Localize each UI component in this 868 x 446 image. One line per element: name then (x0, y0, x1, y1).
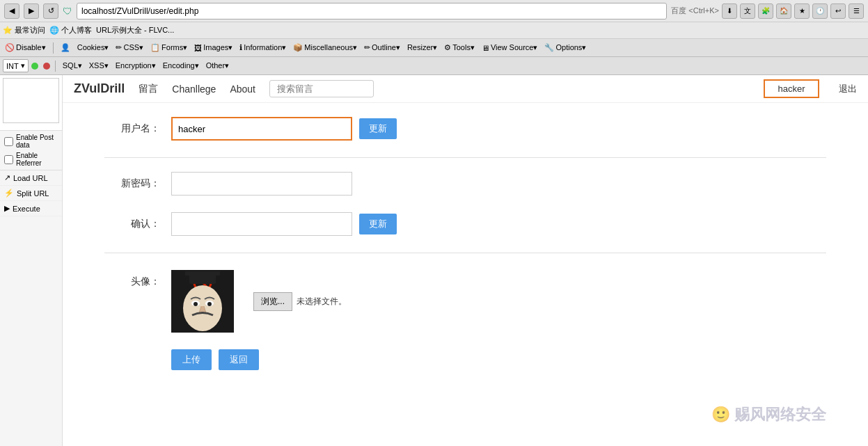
toolbar-outline[interactable]: ✏ Outline▾ (362, 43, 402, 52)
toolbar-tools[interactable]: ⚙ Tools▾ (442, 43, 477, 52)
int-dropdown[interactable]: INT ▾ (3, 59, 29, 72)
sidebar-checkboxes: Enable Post data Enable Referrer (0, 131, 62, 170)
avatar-image (171, 270, 234, 333)
undo-button[interactable]: ↩ (830, 3, 846, 19)
nav-link-liuyan[interactable]: 留言 (139, 83, 158, 95)
settings-button[interactable]: ☰ (849, 3, 864, 19)
download-button[interactable]: ⬇ (722, 3, 737, 19)
username-row: 用户名： 更新 (104, 117, 826, 141)
avatar-row: 头像： (104, 267, 826, 333)
avatar-label: 头像： (104, 276, 160, 288)
watermark: 🙂 赐风网络安全 (711, 404, 826, 425)
enable-post-checkbox[interactable] (4, 137, 13, 146)
shield-icon: 🛡 (63, 6, 72, 17)
toolbar-miscellaneous[interactable]: 📦 Miscellaneous▾ (291, 43, 359, 52)
password-row: 新密码： (104, 172, 826, 196)
nav-link-chanllege[interactable]: Chanllege (172, 83, 216, 95)
pencil-icon: ✏ (116, 43, 122, 52)
browse-button[interactable]: 浏览... (253, 292, 292, 311)
toolbar-encoding[interactable]: Encoding▾ (161, 61, 201, 70)
divider1 (104, 157, 826, 158)
options-icon: 🔧 (544, 43, 554, 52)
toolbar-css[interactable]: ✏ CSS▾ (113, 43, 145, 52)
bookmark-common[interactable]: ⭐ 最常访问 (3, 25, 45, 35)
upload-button[interactable]: 上传 (171, 349, 212, 370)
toolbar-other[interactable]: Other▾ (204, 61, 232, 70)
user-box: hacker (764, 79, 819, 98)
chevron-down-icon: ▾ (21, 61, 25, 70)
extension-button[interactable]: 🧩 (758, 3, 773, 19)
nav-link-about[interactable]: About (230, 83, 255, 95)
update-password-button[interactable]: 更新 (359, 214, 397, 234)
confirm-label: 确认： (104, 218, 160, 230)
confirm-input[interactable] (171, 212, 352, 236)
enable-referrer-checkbox[interactable] (4, 155, 13, 164)
load-url-button[interactable]: ↗ Load URL (0, 170, 62, 186)
username-label: 用户名： (104, 122, 160, 135)
username-input[interactable] (171, 117, 352, 141)
confirm-row: 确认： 更新 (104, 212, 826, 236)
browser-titlebar: ◀ ▶ ↺ 🛡 百度 <Ctrl+K> ⬇ 文 🧩 🏠 ★ 🕐 ↩ ☰ (0, 0, 868, 22)
svg-point-7 (207, 302, 212, 306)
history-button[interactable]: 🕐 (812, 3, 828, 19)
toolbar-forms[interactable]: 📋 Forms▾ (148, 43, 189, 52)
url-textarea-section (0, 75, 62, 131)
enable-referrer-label[interactable]: Enable Referrer (4, 152, 58, 167)
svg-rect-10 (189, 271, 216, 284)
separator2 (55, 61, 56, 72)
toolbar-options[interactable]: 🔧 Options▾ (542, 43, 588, 52)
dev-toolbar-row1: 🚫 Disable▾ 👤 Cookies▾ ✏ CSS▾ 📋 Forms▾ 🖼 … (0, 39, 868, 57)
toolbar-images[interactable]: 🖼 Images▾ (192, 43, 235, 52)
site-navbar: ZVulDrill 留言 Chanllege About hacker 退出 (63, 75, 868, 103)
person-icon: 👤 (61, 43, 70, 52)
url-bar[interactable] (77, 3, 667, 19)
dev-toolbar-row2: INT ▾ SQL▾ XSS▾ Encryption▾ Encoding▾ Ot… (0, 57, 868, 75)
reload-button[interactable]: ↺ (43, 3, 58, 19)
update-username-button[interactable]: 更新 (359, 118, 397, 139)
star-icon: ⭐ (3, 26, 13, 35)
content-area: ZVulDrill 留言 Chanllege About hacker 退出 用… (63, 75, 868, 446)
no-file-text: 未选择文件。 (297, 296, 347, 308)
divider2 (104, 253, 826, 253)
split-url-button[interactable]: ⚡ Split URL (0, 186, 62, 201)
load-url-icon: ↗ (4, 173, 10, 182)
bookmark-url-examples[interactable]: URL示例大全 - FLVC... (96, 25, 174, 35)
toolbar-cookies[interactable]: Cookies▾ (75, 43, 111, 52)
toolbar-person-icon: 👤 (58, 43, 72, 52)
bottom-buttons: 上传 返回 (171, 349, 826, 370)
nav-search-input[interactable] (269, 80, 374, 97)
url-textarea[interactable] (3, 78, 59, 123)
password-input[interactable] (171, 172, 352, 196)
green-dot (31, 63, 38, 70)
bookmark-button[interactable]: ★ (794, 3, 810, 19)
toolbar-sql[interactable]: SQL▾ (61, 61, 84, 70)
disable-icon: 🚫 (5, 43, 15, 52)
bookmark-blog[interactable]: 🌐 个人博客 (49, 25, 92, 35)
edit-form: 用户名： 更新 新密码： 确认： 更新 头像： (63, 103, 868, 384)
info-icon: ℹ (239, 43, 242, 52)
back-button-form[interactable]: 返回 (219, 349, 259, 370)
forward-button[interactable]: ▶ (24, 3, 39, 19)
translate-button[interactable]: 文 (740, 3, 755, 19)
toolbar-xss[interactable]: XSS▾ (87, 61, 111, 70)
execute-icon: ▶ (4, 204, 10, 213)
enable-post-label[interactable]: Enable Post data (4, 134, 58, 149)
avatar-section: 浏览... 未选择文件。 (171, 270, 347, 333)
password-label: 新密码： (104, 177, 160, 190)
browser-actions: 百度 <Ctrl+K> ⬇ 文 🧩 🏠 ★ 🕐 ↩ ☰ (671, 3, 864, 19)
toolbar-encryption[interactable]: Encryption▾ (113, 61, 158, 70)
toolbar-resizer[interactable]: Resizer▾ (405, 43, 439, 52)
home-button[interactable]: 🏠 (776, 3, 791, 19)
back-button[interactable]: ◀ (4, 3, 19, 19)
tools-icon: ⚙ (444, 43, 451, 52)
separator (53, 42, 54, 54)
view-source-icon: 🖥 (482, 44, 489, 52)
search-label: 百度 <Ctrl+K> (671, 6, 719, 16)
forms-icon: 📋 (150, 43, 160, 52)
execute-button[interactable]: ▶ Execute (0, 201, 62, 216)
toolbar-disable[interactable]: 🚫 Disable▾ (3, 43, 48, 52)
toolbar-information[interactable]: ℹ Information▾ (237, 43, 288, 52)
logout-link[interactable]: 退出 (839, 83, 857, 95)
toolbar-view-source[interactable]: 🖥 View Source▾ (480, 43, 540, 52)
globe-icon: 🌐 (49, 26, 59, 35)
